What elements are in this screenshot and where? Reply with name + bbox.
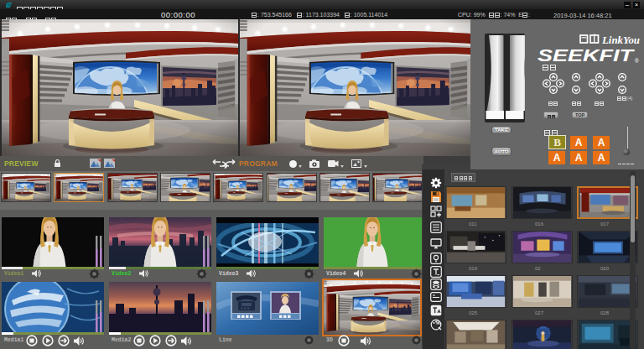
svg-text:®: ®: [635, 58, 639, 64]
svg-text:LinkYou: LinkYou: [601, 34, 640, 46]
